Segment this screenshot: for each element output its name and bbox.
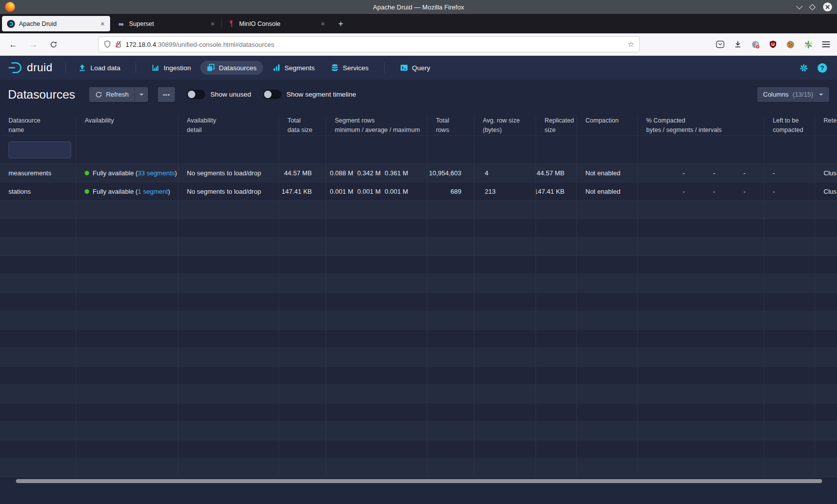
empty-cell xyxy=(178,274,279,293)
new-tab-button[interactable]: + xyxy=(333,16,348,31)
refresh-button[interactable]: Refresh xyxy=(89,87,135,102)
browser-tab[interactable]: Apache Druid× xyxy=(2,16,110,31)
nav-item-label: Query xyxy=(412,64,430,72)
extension-proxy-icon[interactable] xyxy=(751,40,760,49)
nav-item-query[interactable]: Query xyxy=(394,61,437,75)
url-text[interactable]: 172.18.0.4:30899/unified-console.html#da… xyxy=(126,41,624,48)
downloads-icon[interactable] xyxy=(734,40,742,48)
filter-cell-left_to_be_compacted xyxy=(764,136,815,164)
empty-cell xyxy=(577,201,638,219)
empty-cell xyxy=(326,440,427,459)
nav-item-ingestion[interactable]: Ingestion xyxy=(145,61,197,75)
empty-cell xyxy=(815,459,837,477)
empty-cell xyxy=(326,238,427,256)
tab-close-icon[interactable]: × xyxy=(99,20,106,28)
empty-cell xyxy=(638,348,764,367)
empty-cell xyxy=(764,403,815,422)
empty-cell xyxy=(76,274,178,293)
empty-cell xyxy=(76,440,178,459)
window-minimize-icon[interactable] xyxy=(796,3,803,9)
settings-gear-icon[interactable] xyxy=(799,63,809,73)
page-title: Datasources xyxy=(8,88,75,102)
columns-button[interactable]: Columns (13/15) xyxy=(757,87,830,102)
nav-item-datasources[interactable]: Datasources xyxy=(200,61,263,75)
nav-item-segments[interactable]: Segments xyxy=(266,61,321,75)
druid-logo-icon xyxy=(7,61,24,75)
show-unused-toggle[interactable] xyxy=(187,90,205,99)
column-header-retention[interactable]: Rete xyxy=(815,109,837,136)
column-header-avg_row_size[interactable]: Avg. row size (bytes) xyxy=(474,109,536,136)
show-segment-timeline-toggle[interactable] xyxy=(263,90,281,99)
empty-cell xyxy=(0,274,76,293)
empty-cell xyxy=(76,403,178,422)
empty-cell xyxy=(427,385,474,403)
column-header-total_data_size[interactable]: Total data size xyxy=(279,109,326,136)
browser-toolbar: ← → 172.18.0.4:30899/unified-console.htm… xyxy=(0,33,837,56)
pocket-icon[interactable] xyxy=(716,40,724,48)
ublock-origin-icon[interactable] xyxy=(769,40,777,48)
empty-cell xyxy=(427,219,474,238)
bookmark-star-icon[interactable]: ☆ xyxy=(628,40,634,49)
empty-cell xyxy=(178,348,279,367)
filter-cell-total_data_size xyxy=(279,136,326,164)
empty-cell xyxy=(764,330,815,348)
column-header-percent_compacted[interactable]: % Compacted bytes / segments / intervals xyxy=(638,109,764,136)
back-icon[interactable]: ← xyxy=(9,40,17,49)
druid-brand[interactable]: druid xyxy=(7,61,52,75)
horizontal-scrollbar[interactable] xyxy=(16,479,822,483)
window-maximize-icon[interactable] xyxy=(809,4,816,10)
empty-cell xyxy=(0,256,76,274)
nav-item-label: Segments xyxy=(284,64,315,72)
refresh-dropdown-button[interactable] xyxy=(135,87,148,102)
insecure-lock-icon[interactable] xyxy=(115,40,122,48)
cookie-extension-icon[interactable] xyxy=(786,40,795,49)
datasource-name-filter-input[interactable] xyxy=(8,141,71,158)
browser-tab[interactable]: MinIO Console× xyxy=(222,16,330,31)
empty-cell xyxy=(536,238,577,256)
browser-tab[interactable]: ∞Superset× xyxy=(112,16,220,31)
cell-compaction: Not enabled xyxy=(577,182,638,201)
empty-cell xyxy=(427,422,474,440)
tab-close-icon[interactable]: × xyxy=(209,20,216,28)
url-bar[interactable]: 172.18.0.4:30899/unified-console.html#da… xyxy=(98,36,640,52)
cell-datasource-name[interactable]: stations xyxy=(0,182,76,201)
window-close-icon[interactable] xyxy=(823,2,832,11)
empty-cell xyxy=(474,219,536,238)
toggle-knob xyxy=(264,91,272,98)
cell-availability-detail: No segments to load/drop xyxy=(178,182,279,201)
nav-item-load-data[interactable]: Load data xyxy=(72,61,127,75)
empty-cell xyxy=(279,422,326,440)
column-header-availability[interactable]: Availability xyxy=(76,109,178,136)
column-header-total_rows[interactable]: Total rows xyxy=(427,109,474,136)
empty-cell xyxy=(76,330,178,348)
pinwheel-extension-icon[interactable] xyxy=(804,40,813,49)
segments-link[interactable]: 1 segment xyxy=(138,188,168,195)
window-titlebar: Apache Druid — Mozilla Firefox xyxy=(0,0,837,14)
nav-item-services[interactable]: Services xyxy=(324,61,375,75)
segments-icon xyxy=(273,64,280,72)
tab-close-icon[interactable]: × xyxy=(319,20,326,28)
services-icon xyxy=(331,64,339,72)
column-header-replicated_size[interactable]: Replicated size xyxy=(536,109,577,136)
tracking-shield-icon[interactable] xyxy=(104,40,111,48)
column-header-name[interactable]: Datasource name xyxy=(0,109,76,136)
column-header-left_to_be_compacted[interactable]: Left to be compacted xyxy=(764,109,815,136)
empty-cell xyxy=(536,440,577,459)
empty-cell xyxy=(326,385,427,403)
help-icon[interactable]: ? xyxy=(818,63,827,73)
column-header-segment_rows[interactable]: Segment rows minimum / average / maximum xyxy=(326,109,427,136)
empty-cell xyxy=(474,385,536,403)
empty-cell xyxy=(279,330,326,348)
empty-cell xyxy=(536,367,577,385)
cell-datasource-name[interactable]: measurements xyxy=(0,164,76,182)
empty-cell xyxy=(326,459,427,477)
empty-cell xyxy=(0,403,76,422)
menu-hamburger-icon[interactable] xyxy=(822,41,830,47)
more-actions-button[interactable]: ••• xyxy=(158,87,175,102)
filter-cell-name xyxy=(0,136,76,164)
segments-link[interactable]: 33 segments xyxy=(138,169,174,177)
reload-icon[interactable] xyxy=(50,41,57,48)
column-header-compaction[interactable]: Compaction xyxy=(577,109,638,136)
column-header-availability_detail[interactable]: Availability detail xyxy=(178,109,279,136)
empty-cell xyxy=(178,367,279,385)
